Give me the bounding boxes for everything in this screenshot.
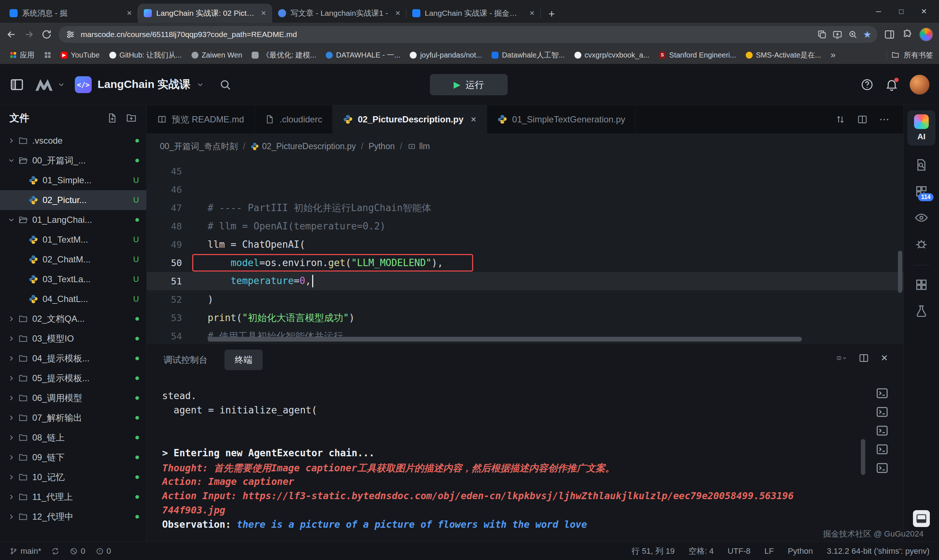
new-folder-icon[interactable] bbox=[126, 112, 137, 123]
browser-tab[interactable]: LangChain 实战课 - 掘金小册✕ bbox=[406, 4, 541, 23]
browser-tab[interactable]: 写文章 - Langchain实战课1 -✕ bbox=[272, 4, 406, 23]
bookmark-item[interactable] bbox=[40, 50, 55, 60]
tree-item[interactable]: 02_文档QA... bbox=[0, 309, 146, 329]
tree-item[interactable]: 01_LangChai... bbox=[0, 210, 146, 230]
new-tab-button[interactable]: + bbox=[543, 5, 560, 23]
status-item[interactable]: 3.12.2 64-bit ('shims': pyenv) bbox=[827, 546, 930, 556]
compare-changes-icon[interactable] bbox=[835, 114, 845, 125]
maximize-panel-icon[interactable] bbox=[859, 353, 869, 363]
tree-item[interactable]: 04_提示模板... bbox=[0, 349, 146, 368]
status-item[interactable]: 空格: 4 bbox=[688, 546, 714, 557]
tree-item[interactable]: 04_ChatL...U bbox=[0, 289, 146, 309]
bookmark-item[interactable]: Datawhale人工智... bbox=[488, 48, 568, 62]
tree-item[interactable]: 03_模型IO bbox=[0, 329, 146, 349]
side-panel-icon[interactable] bbox=[884, 29, 895, 40]
tree-item[interactable]: 02_Pictur...U bbox=[0, 190, 146, 210]
window-maximize-button[interactable]: □ bbox=[890, 0, 913, 23]
breadcrumb-item[interactable]: llm bbox=[407, 142, 430, 151]
help-icon[interactable] bbox=[860, 78, 874, 91]
bookmark-item[interactable]: joyful-pandas/not... bbox=[406, 49, 486, 61]
vertical-scrollbar[interactable] bbox=[898, 251, 902, 293]
panel-tab[interactable]: 调试控制台 bbox=[162, 350, 209, 370]
forward-icon[interactable] bbox=[23, 29, 34, 40]
status-item[interactable]: 行 51, 列 19 bbox=[632, 546, 675, 557]
terminal-instance-icon[interactable] bbox=[876, 405, 889, 418]
window-close-button[interactable]: ✕ bbox=[913, 0, 935, 23]
activity-item-doc-search-icon[interactable] bbox=[914, 158, 928, 172]
extensions-icon[interactable] bbox=[902, 29, 913, 40]
refresh-icon[interactable] bbox=[41, 29, 52, 40]
tab-close-icon[interactable]: ✕ bbox=[126, 9, 132, 17]
terminal-instance-icon[interactable] bbox=[876, 424, 889, 437]
bookmark-item[interactable]: SMS-Activate是在... bbox=[742, 48, 825, 62]
browser-tab[interactable]: LangChain 实战课: 02 Picture✕ bbox=[138, 4, 272, 23]
bookmarks-overflow-chevron[interactable]: » bbox=[827, 50, 839, 60]
editor-tab[interactable]: .cloudiderc bbox=[254, 105, 333, 134]
tree-item[interactable]: 05_提示模板... bbox=[0, 368, 146, 388]
bookmark-item[interactable]: ▶YouTube bbox=[57, 49, 103, 61]
all-bookmarks[interactable]: 所有书签 bbox=[887, 50, 933, 60]
split-terminal-icon[interactable] bbox=[837, 353, 847, 363]
install-app-icon[interactable] bbox=[832, 29, 842, 40]
toggle-panel-icon[interactable] bbox=[913, 510, 930, 527]
bookmark-star-icon[interactable]: ★ bbox=[863, 29, 871, 40]
editor-tab[interactable]: 预览 README.md bbox=[147, 105, 254, 134]
close-panel-icon[interactable]: ✕ bbox=[881, 353, 888, 363]
url-bar[interactable]: marscode.cn/course/65118lj70qqp93?code_p… bbox=[59, 26, 877, 43]
tree-item[interactable]: 07_解析输出 bbox=[0, 408, 146, 428]
tree-item[interactable]: 02_ChatM...U bbox=[0, 249, 146, 269]
bookmark-item[interactable]: Zaiwen Wen bbox=[188, 49, 246, 61]
tab-close-icon[interactable]: ✕ bbox=[529, 9, 535, 17]
activity-item-flask-icon[interactable] bbox=[914, 304, 928, 318]
warnings-indicator[interactable]: 0 bbox=[96, 546, 111, 556]
tree-item[interactable]: 12_代理中 bbox=[0, 507, 146, 527]
activity-item-grid-icon[interactable] bbox=[914, 278, 928, 292]
copy-link-icon[interactable] bbox=[817, 29, 827, 40]
bookmark-item[interactable]: 《最优化: 建模... bbox=[248, 48, 320, 62]
git-branch-indicator[interactable]: main* bbox=[9, 546, 41, 556]
activity-item-ai[interactable]: AI bbox=[907, 110, 935, 146]
user-avatar[interactable] bbox=[910, 75, 930, 95]
horizontal-scrollbar[interactable] bbox=[208, 337, 802, 342]
notifications-bell-icon[interactable] bbox=[885, 78, 899, 92]
bookmark-item[interactable]: 应用 bbox=[6, 48, 38, 62]
status-item[interactable]: UTF-8 bbox=[728, 546, 751, 556]
tab-close-icon[interactable]: ✕ bbox=[261, 9, 266, 17]
status-item[interactable]: Python bbox=[788, 546, 813, 556]
breadcrumb-item[interactable]: 02_PictureDescription.py bbox=[251, 142, 356, 151]
tab-close-icon[interactable]: ✕ bbox=[395, 9, 401, 17]
bookmark-item[interactable]: cvxgrp/cvxbook_a... bbox=[571, 49, 653, 61]
tree-item[interactable]: 03_TextLa...U bbox=[0, 269, 146, 289]
tree-item[interactable]: .vscode bbox=[0, 131, 146, 151]
tree-item[interactable]: 01_TextM...U bbox=[0, 230, 146, 249]
terminal-scrollbar[interactable] bbox=[861, 439, 865, 475]
product-logo[interactable] bbox=[34, 77, 65, 92]
zoom-icon[interactable] bbox=[848, 29, 858, 40]
activity-item-eye-icon[interactable] bbox=[914, 211, 928, 225]
toggle-sidebar-icon[interactable] bbox=[9, 77, 24, 92]
tree-item[interactable]: 01_Simple...U bbox=[0, 171, 146, 190]
editor-tab[interactable]: 01_SimpleTextGeneration.py bbox=[487, 105, 636, 134]
code-editor[interactable]: 454647# ---- PartIII 初始化并运行LangChain智能体4… bbox=[147, 159, 904, 343]
split-editor-icon[interactable] bbox=[857, 114, 868, 125]
activity-item-plugin-icon[interactable]: 114 bbox=[914, 185, 928, 198]
tree-item[interactable]: 11_代理上 bbox=[0, 487, 146, 507]
tree-item[interactable]: 09_链下 bbox=[0, 448, 146, 467]
tree-item[interactable]: 06_调用模型 bbox=[0, 388, 146, 408]
back-icon[interactable] bbox=[6, 29, 17, 40]
new-file-icon[interactable] bbox=[107, 112, 118, 123]
status-item[interactable]: LF bbox=[765, 546, 774, 556]
run-button[interactable]: ▶ 运行 bbox=[430, 74, 508, 95]
bookmark-item[interactable]: DATAWHALE - 一... bbox=[322, 48, 404, 62]
tab-close-icon[interactable]: ✕ bbox=[470, 115, 477, 124]
tree-item[interactable]: 08_链上 bbox=[0, 428, 146, 448]
tree-item[interactable]: 10_记忆 bbox=[0, 467, 146, 487]
activity-item-bug-icon[interactable] bbox=[914, 237, 928, 251]
terminal-output[interactable]: stead. agent = initialize_agent( > Enter… bbox=[147, 376, 904, 542]
site-settings-icon[interactable] bbox=[65, 29, 76, 40]
more-actions-icon[interactable]: ⋯ bbox=[879, 113, 890, 125]
terminal-instance-icon[interactable] bbox=[876, 462, 889, 475]
terminal-instance-icon[interactable] bbox=[876, 443, 889, 456]
terminal-instance-icon[interactable] bbox=[876, 387, 889, 400]
breadcrumb-item[interactable]: Python bbox=[369, 142, 395, 151]
